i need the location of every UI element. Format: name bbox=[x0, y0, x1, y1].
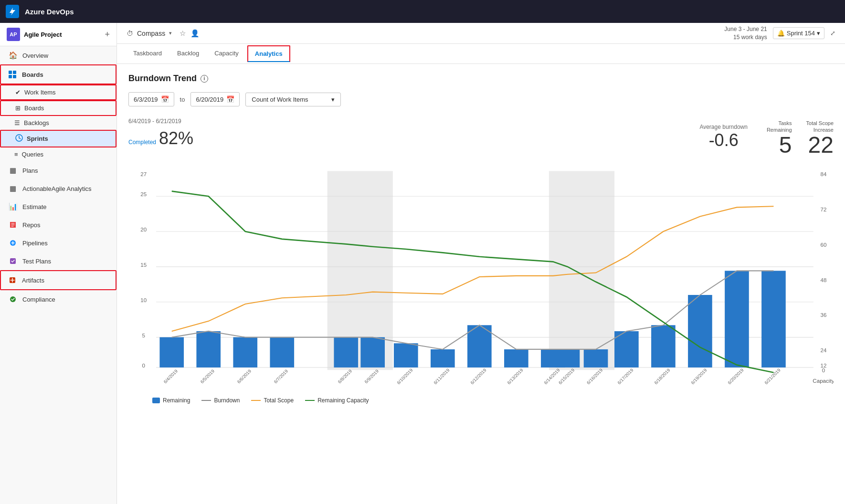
sidebar-item-label: Boards bbox=[24, 105, 44, 112]
section-title: Burndown Trend i bbox=[128, 74, 834, 84]
sidebar-item-label: Compliance bbox=[22, 296, 55, 303]
svg-rect-32 bbox=[549, 171, 614, 370]
tasks-remaining-label: TasksRemaining bbox=[767, 120, 792, 133]
legend-remaining-capacity-label: Remaining Capacity bbox=[317, 397, 369, 404]
sidebar-item-sprints[interactable]: Sprints bbox=[0, 130, 116, 147]
sidebar-item-repos[interactable]: Repos bbox=[0, 216, 116, 234]
bar-6-15 bbox=[556, 349, 580, 368]
topbar-icons: ☆ 👤 bbox=[180, 29, 200, 38]
add-project-button[interactable]: + bbox=[105, 30, 110, 40]
sidebar-item-label: Overview bbox=[22, 52, 48, 59]
burndown-title: Burndown Trend bbox=[128, 74, 197, 84]
svg-text:6/21/2019: 6/21/2019 bbox=[763, 367, 782, 385]
svg-rect-0 bbox=[9, 71, 12, 74]
sidebar-item-label: Backlogs bbox=[24, 119, 49, 126]
calendar-to-icon[interactable]: 📅 bbox=[226, 95, 234, 103]
info-icon[interactable]: i bbox=[201, 75, 208, 83]
svg-text:5: 5 bbox=[142, 332, 145, 338]
sidebar-item-backlogs[interactable]: ☰ Backlogs bbox=[0, 116, 116, 130]
compass-chevron-icon[interactable]: ▾ bbox=[169, 30, 172, 36]
svg-text:6/9/2019: 6/9/2019 bbox=[363, 368, 380, 384]
sidebar-item-label: Boards bbox=[22, 71, 43, 78]
tab-capacity[interactable]: Capacity bbox=[208, 46, 245, 62]
actionable-icon: ▦ bbox=[8, 184, 18, 193]
tab-taskboard[interactable]: Taskboard bbox=[127, 46, 169, 62]
sprints-icon bbox=[15, 134, 23, 143]
sidebar-item-label: Work Items bbox=[24, 89, 56, 96]
compass-name: Compass bbox=[137, 30, 165, 37]
sidebar-item-work-items[interactable]: ✔ Work Items bbox=[0, 84, 116, 100]
sprint-date-line2: 15 work days bbox=[724, 33, 767, 42]
bar-6-19 bbox=[688, 295, 712, 368]
bar-6-8 bbox=[334, 337, 358, 367]
svg-text:Capacity: Capacity bbox=[813, 377, 834, 383]
date-to-input[interactable]: 6/20/2019 📅 bbox=[190, 92, 240, 106]
sidebar-item-queries[interactable]: ≡ Queries bbox=[0, 147, 116, 161]
legend-burndown: Burndown bbox=[201, 397, 240, 404]
svg-text:27: 27 bbox=[140, 171, 147, 177]
main-layout: AP Agile Project + 🏠 Overview Boards ✔ W… bbox=[0, 23, 845, 504]
tab-backlog[interactable]: Backlog bbox=[170, 46, 206, 62]
sidebar-item-boards[interactable]: ⊞ Boards bbox=[0, 100, 116, 116]
completed-value: 82% bbox=[159, 128, 193, 148]
date-from-value: 6/3/2019 bbox=[134, 96, 158, 103]
svg-text:6/15/2019: 6/15/2019 bbox=[558, 367, 576, 385]
content-topbar: ⏱ Compass ▾ ☆ 👤 June 3 - June 21 15 work… bbox=[117, 23, 845, 44]
sidebar-item-test-plans[interactable]: Test Plans bbox=[0, 252, 116, 270]
burndown-chart: 27 25 20 15 10 5 0 84 72 60 48 36 24 12 … bbox=[128, 162, 834, 391]
svg-text:6/11/2019: 6/11/2019 bbox=[433, 367, 451, 385]
sidebar-item-estimate[interactable]: 📊 Estimate bbox=[0, 198, 116, 216]
main-content: ⏱ Compass ▾ ☆ 👤 June 3 - June 21 15 work… bbox=[117, 23, 845, 504]
sidebar-item-plans[interactable]: ▦ Plans bbox=[0, 161, 116, 179]
svg-text:15: 15 bbox=[140, 261, 147, 267]
project-header: AP Agile Project + bbox=[0, 23, 116, 46]
bar-6-13 bbox=[504, 349, 528, 368]
svg-text:0: 0 bbox=[142, 362, 145, 368]
user-icon[interactable]: 👤 bbox=[190, 29, 200, 38]
svg-text:24: 24 bbox=[820, 347, 826, 353]
svg-text:6/17/2019: 6/17/2019 bbox=[616, 367, 634, 385]
sidebar-item-overview[interactable]: 🏠 Overview bbox=[0, 46, 116, 64]
bell-icon: 🔔 bbox=[777, 30, 785, 37]
star-icon[interactable]: ☆ bbox=[180, 29, 186, 38]
project-name: Agile Project bbox=[24, 31, 101, 38]
bar-6-16 bbox=[584, 349, 608, 368]
sprint-date: June 3 - June 21 15 work days bbox=[724, 25, 767, 42]
bar-6-5 bbox=[196, 331, 221, 368]
metric-dropdown[interactable]: Count of Work Items ▾ bbox=[245, 93, 341, 106]
bar-6-4 bbox=[159, 337, 184, 367]
overview-icon: 🏠 bbox=[8, 51, 18, 60]
artifacts-icon bbox=[8, 275, 17, 285]
expand-icon[interactable]: ⤢ bbox=[830, 30, 835, 37]
bar-6-11 bbox=[431, 349, 455, 368]
sidebar-item-label: ActionableAgile Analytics bbox=[22, 185, 92, 192]
svg-text:6/18/2019: 6/18/2019 bbox=[653, 367, 671, 385]
calendar-from-icon[interactable]: 📅 bbox=[161, 95, 169, 103]
svg-text:0: 0 bbox=[822, 367, 825, 373]
plans-icon: ▦ bbox=[8, 166, 18, 175]
svg-rect-1 bbox=[13, 71, 16, 74]
date-to-value: 6/20/2019 bbox=[196, 96, 223, 103]
boards-icon: ⊞ bbox=[15, 105, 21, 112]
svg-text:48: 48 bbox=[820, 276, 826, 283]
sidebar-item-boards-group[interactable]: Boards bbox=[0, 64, 116, 84]
sidebar-item-compliance[interactable]: Compliance bbox=[0, 290, 116, 308]
date-from-input[interactable]: 6/3/2019 📅 bbox=[128, 92, 174, 106]
sidebar-item-artifacts[interactable]: Artifacts bbox=[0, 270, 116, 290]
sidebar: AP Agile Project + 🏠 Overview Boards ✔ W… bbox=[0, 23, 117, 504]
svg-text:6/6/2019: 6/6/2019 bbox=[236, 368, 252, 384]
metric-label: Count of Work Items bbox=[252, 96, 308, 103]
avg-burndown-label: Average burndown bbox=[699, 124, 748, 130]
bar-6-21 bbox=[761, 271, 786, 368]
sidebar-item-pipelines[interactable]: Pipelines bbox=[0, 234, 116, 252]
svg-text:6/10/2019: 6/10/2019 bbox=[396, 367, 414, 385]
azure-logo bbox=[6, 5, 19, 18]
sidebar-item-actionable[interactable]: ▦ ActionableAgile Analytics bbox=[0, 179, 116, 198]
tab-analytics[interactable]: Analytics bbox=[247, 45, 290, 62]
svg-text:6/4/2019: 6/4/2019 bbox=[162, 368, 179, 384]
work-items-icon: ✔ bbox=[15, 89, 21, 96]
bar-6-20 bbox=[725, 271, 749, 368]
compliance-icon bbox=[8, 294, 18, 304]
svg-text:20: 20 bbox=[140, 226, 147, 232]
sprint-selector[interactable]: 🔔 Sprint 154 ▾ bbox=[773, 27, 824, 39]
